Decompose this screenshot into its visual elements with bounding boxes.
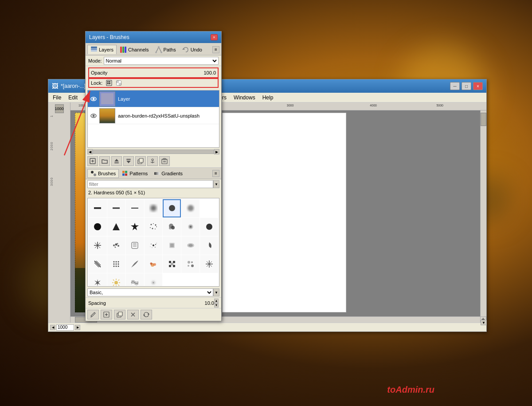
mode-select[interactable]: Normal Multiply Screen Overlay (104, 57, 219, 65)
svg-rect-4 (122, 47, 124, 53)
open-layer-button[interactable] (99, 156, 110, 166)
svg-rect-143 (118, 312, 122, 316)
brush-grid[interactable] (87, 198, 219, 287)
lock-alpha-button[interactable] (115, 79, 123, 87)
mode-row: Mode: Normal Multiply Screen Overlay (86, 55, 221, 66)
brush-cell-29[interactable] (107, 273, 125, 287)
scroll-left-btn[interactable]: ◀ (50, 325, 55, 330)
edit-brush-button[interactable] (87, 310, 99, 319)
brush-cell-5[interactable] (163, 199, 181, 217)
anchor-layer-button[interactable] (147, 156, 158, 166)
brush-cell-11[interactable] (163, 218, 181, 236)
close-button[interactable]: × (473, 82, 483, 90)
brush-cell-3[interactable] (126, 199, 144, 217)
new-layer-button[interactable] (87, 156, 98, 166)
tab-brushes[interactable]: Brushes (87, 169, 119, 178)
delete-brush-button[interactable] (127, 310, 139, 319)
tab-gradients[interactable]: Gradients (151, 169, 186, 178)
brush-category-arrow[interactable]: ▼ (213, 288, 219, 296)
refresh-brushes-button[interactable] (141, 310, 152, 319)
svg-point-85 (153, 244, 154, 246)
raise-layer-button[interactable] (111, 156, 122, 166)
delete-layer-button[interactable] (159, 156, 170, 166)
panel-titlebar[interactable]: Layers - Brushes × (86, 32, 221, 43)
scroll-thumb-v[interactable] (481, 113, 486, 126)
svg-line-138 (90, 317, 92, 317)
new-brush-icon (103, 311, 110, 318)
scroll-right-layer[interactable]: ▶ (214, 149, 219, 154)
brush-cell-2[interactable] (107, 199, 125, 217)
zoom-indicator[interactable]: 1000 (55, 104, 64, 113)
maximize-button[interactable]: □ (462, 82, 471, 90)
lower-layer-button[interactable] (123, 156, 134, 166)
brush-cell-24[interactable] (145, 255, 163, 273)
panel-close-button[interactable]: × (211, 34, 218, 40)
brush-cell-23[interactable] (126, 255, 144, 273)
brush-cell-28[interactable] (89, 273, 107, 287)
tab-paths-label: Paths (164, 47, 176, 52)
brush-cell-31[interactable] (145, 273, 163, 287)
brush-category-select[interactable]: Basic, All (87, 288, 213, 296)
brush-cell-4[interactable] (145, 199, 163, 217)
svg-rect-37 (163, 158, 166, 159)
brush-cell-13[interactable] (200, 218, 218, 236)
brush-cell-7[interactable] (89, 218, 107, 236)
new-brush-button[interactable] (101, 310, 112, 319)
svg-rect-1 (91, 50, 97, 51)
panel-tabs-scroll[interactable]: ≡ (212, 46, 219, 53)
tab-undo[interactable]: Undo (179, 45, 205, 54)
layer-hscroll-thumb[interactable] (93, 150, 214, 154)
brush-cell-22[interactable] (107, 255, 125, 273)
layer-item-1[interactable]: aaron-burden-rd2yxHSSatU-unsplash (88, 107, 219, 124)
layer-name-1: aaron-burden-rd2yxHSSatU-unsplash (118, 113, 217, 118)
brush-cell-27[interactable] (200, 255, 218, 273)
brush-cell-15[interactable] (107, 237, 125, 255)
lock-pixels-button[interactable] (105, 79, 113, 87)
brush-filter-dropdown[interactable]: ▼ (213, 180, 219, 188)
tab-paths[interactable]: Paths (152, 45, 179, 54)
menu-edit[interactable]: Edit (66, 94, 80, 102)
layer-visibility-0[interactable] (90, 95, 98, 103)
brush-cell-9[interactable] (126, 218, 144, 236)
spacing-decrement[interactable]: ▼ (214, 303, 219, 307)
duplicate-layer-button[interactable] (135, 156, 146, 166)
layer-list[interactable]: Layer aaron-burden-rd2yxHSSatU-unsplash (87, 90, 219, 148)
brush-cell-14[interactable] (89, 237, 107, 255)
brush-cell-1[interactable] (89, 199, 107, 217)
brushes-panel-scroll[interactable]: ≡ (212, 170, 219, 177)
brush-filter-input[interactable] (87, 180, 213, 188)
tab-layers[interactable]: Layers (87, 45, 117, 54)
zoom-field[interactable]: 1000 (56, 324, 74, 331)
svg-point-110 (150, 263, 152, 265)
brush-cell-12[interactable] (181, 218, 200, 236)
brush-cell-25[interactable] (163, 255, 181, 273)
scroll-left-layer[interactable]: ◀ (87, 149, 93, 154)
brush-cell-10[interactable] (145, 218, 163, 236)
menu-file[interactable]: File (50, 94, 64, 102)
brush-cell-16[interactable] (126, 237, 144, 255)
brush-cell-26[interactable] (181, 255, 200, 273)
layer-item-0[interactable]: Layer (88, 91, 219, 107)
brush-cell-8[interactable] (107, 218, 125, 236)
svg-point-66 (169, 227, 172, 229)
tab-channels[interactable]: Channels (117, 45, 152, 54)
layer-visibility-1[interactable] (90, 112, 98, 120)
brush-cell-19[interactable] (181, 237, 200, 255)
brush-cell-20[interactable] (200, 237, 218, 255)
spacing-increment[interactable]: ▲ (214, 299, 219, 303)
brush-cell-6[interactable] (181, 199, 200, 217)
brush-cell-18[interactable] (163, 237, 181, 255)
spacing-stepper: ▲ ▼ (214, 299, 219, 307)
minimize-button[interactable]: ─ (450, 82, 460, 90)
tab-patterns[interactable]: Patterns (119, 169, 151, 178)
canvas-scrollbar-v[interactable]: ▼ (480, 110, 486, 316)
brush-cell-21[interactable] (89, 255, 107, 273)
menu-help[interactable]: Help (260, 94, 276, 102)
menu-windows[interactable]: Windows (231, 94, 258, 102)
svg-marker-55 (113, 223, 120, 230)
svg-point-136 (153, 282, 154, 284)
brush-cell-30[interactable] (126, 273, 144, 287)
scroll-right-btn[interactable]: ▶ (75, 325, 80, 330)
brush-cell-17[interactable] (145, 237, 163, 255)
duplicate-brush-button[interactable] (114, 310, 125, 319)
